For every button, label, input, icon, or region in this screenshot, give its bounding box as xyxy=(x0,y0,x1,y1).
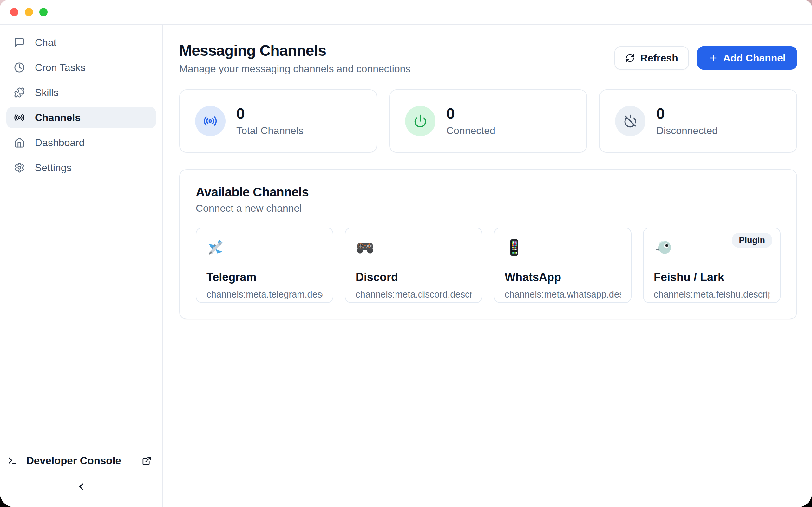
chat-bubble-icon xyxy=(14,37,25,48)
sidebar-collapse-button[interactable] xyxy=(6,474,156,499)
puzzle-icon xyxy=(14,87,25,98)
sidebar-item-dashboard[interactable]: Dashboard xyxy=(6,132,156,153)
zoom-button[interactable] xyxy=(39,8,48,16)
game-controller-emoji xyxy=(356,237,472,258)
channel-description: channels:meta.whatsapp.descrip xyxy=(505,289,621,300)
channel-card-feishu[interactable]: Plugin Feishu / Lark channe xyxy=(643,228,780,303)
sidebar: Chat Cron Tasks Skills Channels Dashboar… xyxy=(0,25,163,507)
titlebar xyxy=(0,0,812,25)
airplane-emoji xyxy=(206,237,322,258)
add-channel-button-label: Add Channel xyxy=(723,52,786,64)
channel-description: channels:meta.telegram.descript xyxy=(206,289,322,300)
sidebar-item-label: Channels xyxy=(35,112,81,124)
sidebar-item-label: Settings xyxy=(35,162,72,174)
developer-console-link[interactable]: Developer Console xyxy=(6,451,156,471)
terminal-icon xyxy=(8,456,17,466)
external-link-icon xyxy=(142,456,152,466)
stat-text: 0 Connected xyxy=(446,106,496,136)
stat-badge xyxy=(195,106,225,136)
mobile-phone-emoji xyxy=(505,237,621,258)
main-content: Messaging Channels Manage your messaging… xyxy=(164,25,812,507)
sidebar-footer: Developer Console xyxy=(6,451,156,499)
close-button[interactable] xyxy=(10,8,18,16)
stats-row: 0 Total Channels 0 Connected 0 xyxy=(179,89,797,153)
stat-card-total-channels: 0 Total Channels xyxy=(179,89,377,153)
gear-icon xyxy=(14,162,25,173)
sidebar-item-label: Dashboard xyxy=(35,137,85,149)
power-off-icon xyxy=(623,114,637,128)
stat-card-disconnected: 0 Disconnected xyxy=(599,89,797,153)
sidebar-item-cron-tasks[interactable]: Cron Tasks xyxy=(6,57,156,78)
stat-text: 0 Total Channels xyxy=(236,106,304,136)
sidebar-item-label: Chat xyxy=(35,37,56,49)
available-channels-subtitle: Connect a new channel xyxy=(196,203,780,214)
power-icon xyxy=(413,114,427,128)
stat-value: 0 xyxy=(236,106,304,122)
available-channels-title: Available Channels xyxy=(196,185,780,199)
stat-label: Connected xyxy=(446,125,496,136)
stat-badge xyxy=(405,106,436,136)
stat-value: 0 xyxy=(656,106,718,122)
app-window: Chat Cron Tasks Skills Channels Dashboar… xyxy=(0,0,812,507)
stat-badge xyxy=(615,106,646,136)
channel-description: channels:meta.discord.descriptic xyxy=(356,289,472,300)
channel-card-telegram[interactable]: Telegram channels:meta.telegram.descript xyxy=(196,228,334,303)
radio-icon xyxy=(14,112,25,123)
minimize-button[interactable] xyxy=(25,8,33,16)
home-icon xyxy=(14,137,25,148)
page-header-text: Messaging Channels Manage your messaging… xyxy=(179,42,410,75)
channel-card-whatsapp[interactable]: WhatsApp channels:meta.whatsapp.descrip xyxy=(494,228,631,303)
refresh-button[interactable]: Refresh xyxy=(614,46,689,70)
channel-name: Feishu / Lark xyxy=(654,271,770,284)
page-header: Messaging Channels Manage your messaging… xyxy=(179,42,797,75)
refresh-icon xyxy=(625,53,635,63)
radio-icon xyxy=(203,114,217,128)
plus-icon xyxy=(709,53,718,63)
stat-value: 0 xyxy=(446,106,496,122)
sidebar-item-settings[interactable]: Settings xyxy=(6,157,156,178)
sidebar-item-skills[interactable]: Skills xyxy=(6,82,156,103)
clock-icon xyxy=(14,62,25,73)
page-title: Messaging Channels xyxy=(179,42,410,59)
refresh-button-label: Refresh xyxy=(641,52,678,64)
sidebar-item-channels[interactable]: Channels xyxy=(6,107,156,128)
stat-card-connected: 0 Connected xyxy=(389,89,587,153)
header-actions: Refresh Add Channel xyxy=(614,46,797,70)
available-channels-section: Available Channels Connect a new channel xyxy=(179,169,797,320)
plugin-badge: Plugin xyxy=(732,233,773,248)
sidebar-item-label: Skills xyxy=(35,87,59,99)
window-controls xyxy=(10,8,48,16)
chevron-left-icon xyxy=(76,481,87,492)
stat-label: Total Channels xyxy=(236,125,304,136)
sidebar-item-label: Cron Tasks xyxy=(35,62,85,73)
sidebar-item-chat[interactable]: Chat xyxy=(6,32,156,53)
developer-console-label: Developer Console xyxy=(26,455,121,467)
channel-name: WhatsApp xyxy=(505,271,621,284)
stat-text: 0 Disconnected xyxy=(656,106,718,136)
add-channel-button[interactable]: Add Channel xyxy=(697,46,797,70)
channel-name: Discord xyxy=(356,271,472,284)
channel-card-discord[interactable]: Discord channels:meta.discord.descriptic xyxy=(345,228,483,303)
page-subtitle: Manage your messaging channels and conne… xyxy=(179,63,410,75)
channel-name: Telegram xyxy=(206,271,322,284)
channel-description: channels:meta.feishu.description xyxy=(654,289,770,300)
channel-grid: Telegram channels:meta.telegram.descript xyxy=(196,228,780,303)
stat-label: Disconnected xyxy=(656,125,718,136)
